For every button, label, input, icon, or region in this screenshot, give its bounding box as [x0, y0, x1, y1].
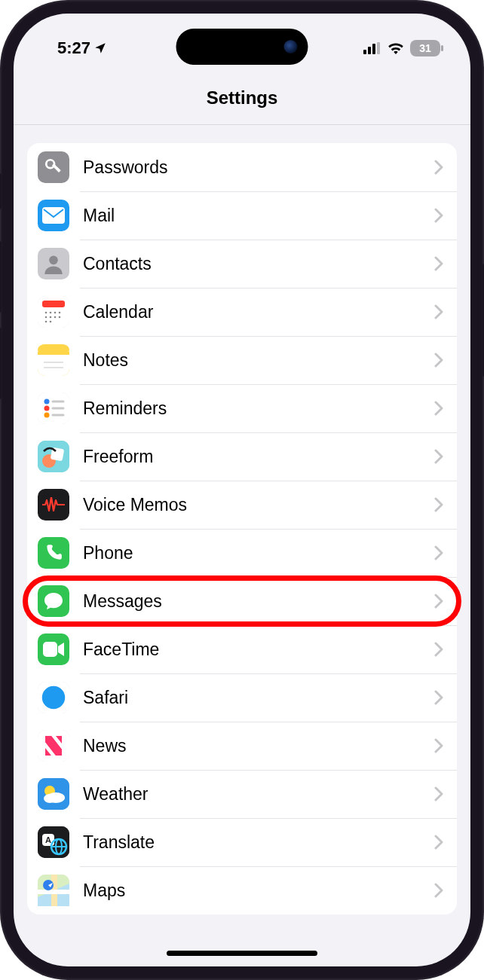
svg-point-16 [50, 316, 52, 319]
svg-point-29 [44, 413, 50, 418]
settings-row-label: Contacts [83, 254, 434, 274]
settings-row-label: Reminders [83, 398, 434, 419]
status-time: 5:27 [57, 38, 90, 58]
settings-row-passwords[interactable]: Passwords [27, 143, 457, 191]
settings-row-reminders[interactable]: Reminders [27, 384, 457, 432]
cellular-icon [363, 42, 381, 54]
settings-row-label: FaceTime [83, 640, 434, 660]
svg-rect-1 [368, 47, 371, 54]
settings-row-label: Maps [83, 881, 434, 901]
page-title: Settings [207, 87, 278, 108]
dynamic-island [176, 29, 308, 65]
svg-rect-2 [372, 44, 375, 54]
device-frame: 5:27 [0, 0, 484, 980]
battery-level: 31 [419, 42, 431, 54]
passwords-icon [38, 151, 69, 183]
chevron-right-icon [434, 401, 443, 416]
settings-row-freeform[interactable]: Freeform [27, 432, 457, 481]
svg-rect-10 [42, 301, 65, 307]
front-camera [284, 40, 298, 53]
location-icon [93, 41, 107, 55]
settings-row-label: Notes [83, 350, 434, 371]
settings-row-news[interactable]: News [27, 722, 457, 770]
svg-point-13 [54, 312, 57, 314]
settings-row-label: Messages [83, 591, 434, 612]
settings-row-notes[interactable]: Notes [27, 336, 457, 384]
chevron-right-icon [434, 642, 443, 657]
chevron-right-icon [434, 160, 443, 175]
svg-point-18 [59, 316, 61, 319]
svg-rect-36 [43, 642, 57, 657]
settings-row-contacts[interactable]: Contacts [27, 240, 457, 288]
settings-row-label: News [83, 736, 434, 756]
settings-row-label: Mail [83, 206, 434, 226]
settings-row-facetime[interactable]: FaceTime [27, 625, 457, 673]
screen: 5:27 [14, 14, 470, 966]
chevron-right-icon [434, 835, 443, 850]
settings-list-container[interactable]: PasswordsMailContactsCalendarNotesRemind… [14, 125, 470, 966]
svg-rect-23 [38, 352, 69, 355]
chevron-right-icon [434, 545, 443, 560]
chevron-right-icon [434, 594, 443, 609]
chevron-right-icon [434, 738, 443, 753]
settings-row-safari[interactable]: Safari [27, 673, 457, 722]
calendar-icon [38, 296, 69, 328]
messages-icon [38, 585, 69, 617]
settings-row-label: Phone [83, 543, 434, 563]
chevron-right-icon [434, 353, 443, 368]
svg-point-27 [44, 399, 50, 405]
svg-point-20 [50, 321, 52, 323]
svg-point-19 [45, 321, 47, 323]
chevron-right-icon [434, 304, 443, 319]
svg-text:A: A [45, 835, 51, 844]
settings-row-calendar[interactable]: Calendar [27, 288, 457, 336]
chevron-right-icon [434, 883, 443, 898]
chevron-right-icon [434, 497, 443, 512]
svg-point-8 [49, 256, 58, 265]
settings-row-label: Passwords [83, 157, 434, 178]
settings-row-label: Weather [83, 784, 434, 804]
contacts-icon [38, 248, 69, 279]
maps-icon [38, 875, 69, 906]
svg-point-28 [44, 406, 50, 411]
battery-icon: 31 [410, 40, 440, 56]
settings-row-label: Voice Memos [83, 495, 434, 515]
freeform-icon [38, 441, 69, 472]
svg-point-14 [59, 312, 61, 314]
svg-point-11 [45, 312, 47, 314]
chevron-right-icon [434, 256, 443, 271]
weather-icon [38, 778, 69, 810]
home-indicator[interactable] [167, 951, 317, 956]
chevron-right-icon [434, 208, 443, 223]
vol-down-button [0, 328, 2, 399]
facetime-icon [38, 633, 69, 665]
svg-rect-7 [42, 207, 65, 224]
settings-row-translate[interactable]: ATranslate [27, 818, 457, 866]
settings-row-weather[interactable]: Weather [27, 770, 457, 818]
vol-up-button [0, 241, 2, 313]
mail-icon [38, 200, 69, 231]
reminders-icon [38, 392, 69, 424]
notes-icon [38, 344, 69, 376]
phone-icon [38, 537, 69, 569]
svg-point-17 [54, 316, 57, 319]
translate-icon: A [38, 826, 69, 858]
wifi-icon [388, 42, 404, 54]
chevron-right-icon [434, 449, 443, 464]
svg-rect-0 [363, 50, 366, 54]
settings-row-label: Calendar [83, 302, 434, 322]
settings-row-phone[interactable]: Phone [27, 529, 457, 577]
settings-row-voicememos[interactable]: Voice Memos [27, 481, 457, 529]
news-icon [38, 730, 69, 762]
side-button [0, 173, 2, 209]
safari-icon [38, 682, 69, 713]
settings-row-label: Safari [83, 688, 434, 708]
voicememos-icon [38, 489, 69, 521]
svg-point-15 [45, 316, 47, 319]
settings-row-maps[interactable]: Maps [27, 866, 457, 914]
svg-point-12 [50, 312, 52, 314]
settings-row-messages[interactable]: Messages [27, 577, 457, 625]
settings-row-label: Translate [83, 832, 434, 853]
settings-row-mail[interactable]: Mail [27, 191, 457, 240]
chevron-right-icon [434, 690, 443, 705]
